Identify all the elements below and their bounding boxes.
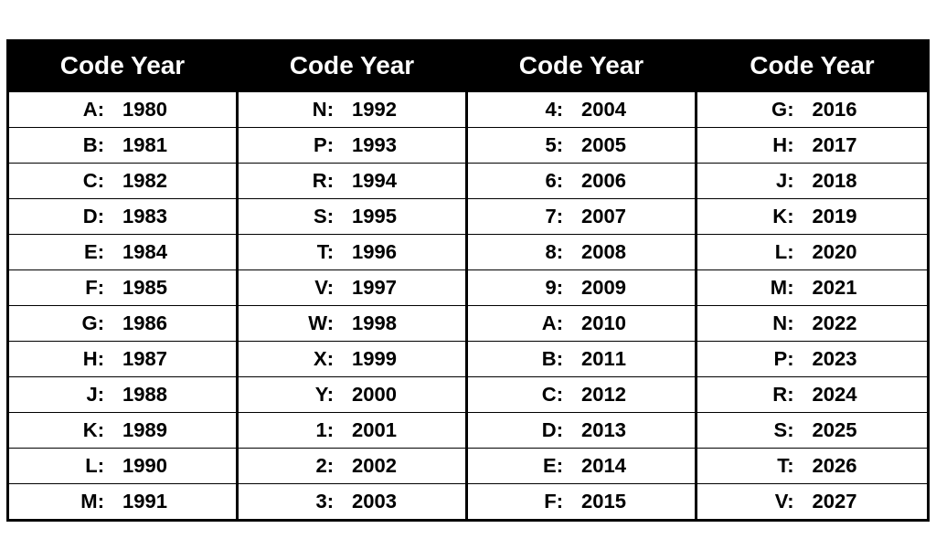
table-row: F:2015 bbox=[468, 484, 695, 519]
year-value: 1981 bbox=[122, 133, 177, 157]
year-value: 2002 bbox=[352, 454, 407, 478]
code-label: R: bbox=[758, 383, 794, 407]
year-value: 2000 bbox=[352, 383, 407, 407]
column-1-header: Code Year bbox=[9, 42, 236, 92]
code-label: A: bbox=[526, 312, 563, 335]
year-value: 2016 bbox=[813, 98, 867, 122]
table-row: P:1993 bbox=[239, 128, 465, 164]
year-value: 1999 bbox=[352, 347, 407, 371]
table-row: N:1992 bbox=[239, 92, 465, 128]
code-label: L: bbox=[68, 454, 104, 478]
table-row: C:2012 bbox=[468, 377, 695, 413]
table-row: M:1991 bbox=[9, 484, 236, 519]
code-label: L: bbox=[758, 240, 794, 264]
code-label: F: bbox=[68, 276, 104, 300]
code-label: D: bbox=[68, 205, 104, 228]
code-label: N: bbox=[297, 98, 334, 122]
table-row: V:2027 bbox=[697, 484, 927, 519]
code-label: E: bbox=[68, 240, 104, 264]
code-label: V: bbox=[297, 276, 334, 300]
year-value: 2008 bbox=[581, 240, 636, 264]
code-label: B: bbox=[68, 133, 104, 157]
code-label: E: bbox=[526, 454, 563, 478]
table-row: B:2011 bbox=[468, 342, 695, 377]
year-value: 1990 bbox=[122, 454, 177, 478]
code-label: P: bbox=[758, 347, 794, 371]
year-value: 2003 bbox=[352, 490, 407, 513]
column-3: Code Year4:20045:20056:20067:20078:20089… bbox=[468, 42, 697, 519]
column-3-header: Code Year bbox=[468, 42, 695, 92]
column-3-rows: 4:20045:20056:20067:20078:20089:2009A:20… bbox=[468, 92, 695, 519]
code-label: 2: bbox=[297, 454, 334, 478]
table-row: W:1998 bbox=[239, 306, 465, 342]
table-row: 7:2007 bbox=[468, 199, 695, 235]
column-2: Code YearN:1992P:1993R:1994S:1995T:1996V… bbox=[239, 42, 468, 519]
table-row: N:2022 bbox=[697, 306, 927, 342]
code-label: S: bbox=[758, 418, 794, 442]
table-row: 8:2008 bbox=[468, 235, 695, 270]
year-value: 1982 bbox=[122, 169, 177, 193]
year-value: 1991 bbox=[122, 490, 177, 513]
year-value: 1992 bbox=[352, 98, 407, 122]
table-row: A:2010 bbox=[468, 306, 695, 342]
code-label: T: bbox=[297, 240, 334, 264]
table-row: 2:2002 bbox=[239, 449, 465, 484]
year-value: 1998 bbox=[352, 312, 407, 335]
code-label: M: bbox=[68, 490, 104, 513]
table-row: S:1995 bbox=[239, 199, 465, 235]
year-value: 2023 bbox=[813, 347, 867, 371]
code-label: W: bbox=[297, 312, 334, 335]
year-value: 1984 bbox=[122, 240, 177, 264]
year-value: 2006 bbox=[581, 169, 636, 193]
year-value: 1996 bbox=[352, 240, 407, 264]
year-value: 2009 bbox=[581, 276, 636, 300]
table-row: B:1981 bbox=[9, 128, 236, 164]
year-value: 2027 bbox=[813, 490, 867, 513]
year-value: 2017 bbox=[813, 133, 867, 157]
table-row: 4:2004 bbox=[468, 92, 695, 128]
code-label: C: bbox=[526, 383, 563, 407]
code-label: C: bbox=[68, 169, 104, 193]
code-label: 3: bbox=[297, 490, 334, 513]
year-value: 2007 bbox=[581, 205, 636, 228]
code-label: X: bbox=[297, 347, 334, 371]
code-label: Y: bbox=[297, 383, 334, 407]
column-4-header: Code Year bbox=[697, 42, 927, 92]
table-row: T:1996 bbox=[239, 235, 465, 270]
year-value: 2013 bbox=[581, 418, 636, 442]
year-value: 2020 bbox=[813, 240, 867, 264]
year-value: 2026 bbox=[813, 454, 867, 478]
code-label: G: bbox=[68, 312, 104, 335]
table-row: E:1984 bbox=[9, 235, 236, 270]
table-row: A:1980 bbox=[9, 92, 236, 128]
table-row: 1:2001 bbox=[239, 413, 465, 449]
code-label: M: bbox=[758, 276, 794, 300]
table-row: P:2023 bbox=[697, 342, 927, 377]
code-label: 9: bbox=[526, 276, 563, 300]
table-row: 5:2005 bbox=[468, 128, 695, 164]
code-label: 8: bbox=[526, 240, 563, 264]
code-label: H: bbox=[758, 133, 794, 157]
table-row: Y:2000 bbox=[239, 377, 465, 413]
year-value: 1983 bbox=[122, 205, 177, 228]
code-label: H: bbox=[68, 347, 104, 371]
year-value: 2024 bbox=[813, 383, 867, 407]
code-label: F: bbox=[526, 490, 563, 513]
table-row: T:2026 bbox=[697, 449, 927, 484]
year-value: 1997 bbox=[352, 276, 407, 300]
table-row: 3:2003 bbox=[239, 484, 465, 519]
code-label: J: bbox=[68, 383, 104, 407]
table-row: 9:2009 bbox=[468, 270, 695, 306]
table-row: D:1983 bbox=[9, 199, 236, 235]
code-label: A: bbox=[68, 98, 104, 122]
table-row: X:1999 bbox=[239, 342, 465, 377]
year-value: 2019 bbox=[813, 205, 867, 228]
code-label: R: bbox=[297, 169, 334, 193]
year-value: 2021 bbox=[813, 276, 867, 300]
table-row: G:1986 bbox=[9, 306, 236, 342]
code-label: N: bbox=[758, 312, 794, 335]
table-row: C:1982 bbox=[9, 164, 236, 199]
code-label: G: bbox=[758, 98, 794, 122]
column-1-rows: A:1980B:1981C:1982D:1983E:1984F:1985G:19… bbox=[9, 92, 236, 519]
table-row: 6:2006 bbox=[468, 164, 695, 199]
